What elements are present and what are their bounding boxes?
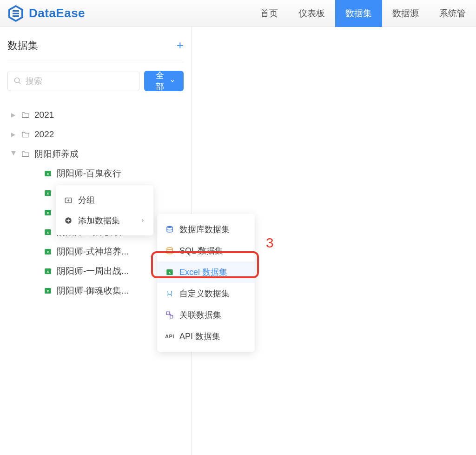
- filter-all-button[interactable]: 全部: [144, 71, 184, 91]
- search-input[interactable]: [26, 76, 133, 86]
- tree-folder-2021[interactable]: ▶ 2021: [7, 105, 184, 125]
- tree-folder-2022[interactable]: ▶ 2022: [7, 125, 184, 144]
- caret-down-icon: ▶: [11, 151, 17, 157]
- submenu-item-sql[interactable]: SQL 数据集: [157, 240, 255, 261]
- nav-dataset[interactable]: 数据集: [335, 0, 382, 27]
- svg-rect-2: [13, 10, 19, 12]
- menu-item-label: 分组: [78, 194, 95, 206]
- menu-item-label: 添加数据集: [78, 215, 120, 226]
- submenu-add-dataset: 数据库数据集 SQL 数据集 x Excel 数据集 自定义数据集 关联数据集 …: [157, 214, 255, 352]
- excel-icon: x: [44, 267, 52, 275]
- tree-item-label: 阴阳师-式神培养...: [57, 246, 129, 258]
- database-icon: [165, 225, 174, 234]
- menu-item-add-dataset[interactable]: 添加数据集: [56, 210, 153, 231]
- folder-plus-icon: [64, 196, 73, 204]
- svg-rect-4: [13, 15, 19, 17]
- tree-item-label: 阴阳师-百鬼夜行: [57, 167, 121, 180]
- tree-folder-label: 2022: [34, 129, 54, 140]
- submenu-item-label: 自定义数据集: [179, 288, 230, 299]
- custom-icon: [165, 289, 174, 298]
- submenu-item-label: 数据库数据集: [179, 224, 230, 235]
- submenu-item-excel[interactable]: x Excel 数据集: [157, 261, 255, 283]
- sidebar-title: 数据集: [7, 39, 38, 53]
- submenu-item-label: SQL 数据集: [179, 245, 223, 256]
- tree-folder-yinyangshi[interactable]: ▶ 阴阳师养成: [7, 144, 184, 164]
- chevron-down-icon: [170, 78, 175, 84]
- svg-point-5: [14, 78, 20, 83]
- nav-datasource[interactable]: 数据源: [382, 0, 429, 27]
- submenu-item-relation[interactable]: 关联数据集: [157, 304, 255, 326]
- excel-icon: x: [44, 208, 52, 217]
- nav-dashboard[interactable]: 仪表板: [288, 0, 335, 27]
- svg-point-27: [167, 226, 172, 228]
- search-icon: [13, 77, 22, 85]
- excel-icon: x: [165, 268, 174, 276]
- tree-item-label: 阴阳师-御魂收集...: [57, 285, 129, 297]
- top-nav: DataEase 首页 仪表板 数据集 数据源 系统管: [0, 0, 476, 27]
- caret-right-icon: ▶: [11, 131, 17, 138]
- brand-text: DataEase: [29, 6, 85, 20]
- submenu-item-label: 关联数据集: [179, 309, 221, 321]
- nav-home[interactable]: 首页: [250, 0, 288, 27]
- excel-icon: x: [44, 228, 52, 236]
- excel-icon: x: [44, 248, 52, 256]
- submenu-item-database[interactable]: 数据库数据集: [157, 219, 255, 240]
- menu-item-group[interactable]: 分组: [56, 190, 153, 210]
- svg-line-6: [19, 82, 20, 84]
- brand-logo[interactable]: DataEase: [0, 4, 85, 23]
- excel-icon: x: [44, 287, 52, 295]
- submenu-item-label: Excel 数据集: [179, 267, 227, 278]
- svg-rect-3: [13, 13, 19, 14]
- context-menu: 分组 添加数据集: [56, 185, 153, 235]
- svg-rect-32: [170, 315, 173, 318]
- folder-icon: [21, 151, 30, 157]
- tree-item[interactable]: x 阴阳师-百鬼夜行: [7, 164, 184, 183]
- excel-icon: x: [44, 169, 52, 178]
- submenu-item-label: API 数据集: [179, 331, 220, 342]
- caret-right-icon: ▶: [11, 112, 17, 118]
- svg-point-28: [167, 248, 172, 250]
- divider: [7, 62, 184, 62]
- relation-icon: [165, 311, 174, 319]
- tree-item-label: 阴阳师-一周出战...: [57, 265, 129, 277]
- add-button[interactable]: +: [177, 38, 184, 53]
- logo-icon: [7, 4, 25, 23]
- sql-icon: [165, 247, 174, 255]
- nav-system[interactable]: 系统管: [429, 0, 476, 27]
- search-box[interactable]: [7, 71, 139, 91]
- submenu-item-custom[interactable]: 自定义数据集: [157, 283, 255, 304]
- tree-folder-label: 阴阳师养成: [34, 148, 79, 160]
- tree-folder-label: 2021: [34, 110, 54, 120]
- api-icon: API: [165, 332, 174, 341]
- plus-circle-icon: [64, 216, 73, 225]
- chevron-right-icon: [140, 217, 145, 224]
- submenu-item-api[interactable]: API API 数据集: [157, 326, 255, 347]
- folder-icon: [21, 112, 30, 118]
- svg-rect-31: [166, 312, 169, 314]
- filter-all-label: 全部: [152, 70, 167, 92]
- excel-icon: x: [44, 189, 52, 197]
- folder-icon: [21, 131, 30, 138]
